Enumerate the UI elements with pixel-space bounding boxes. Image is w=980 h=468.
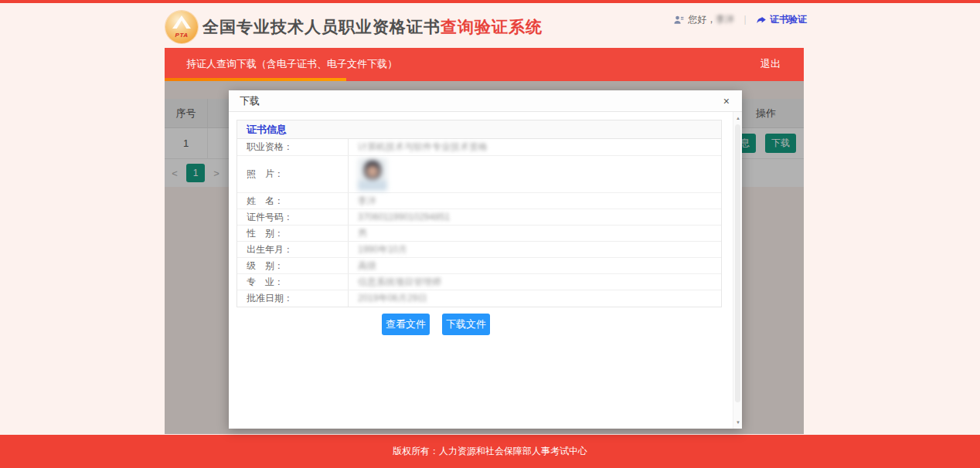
field-label: 姓 名： bbox=[237, 193, 349, 209]
scrollbar-thumb[interactable] bbox=[735, 124, 740, 402]
page-footer: 版权所有：人力资源和社会保障部人事考试中心 bbox=[0, 435, 980, 468]
scrollbar-down-arrow-icon[interactable]: ▼ bbox=[733, 418, 743, 427]
field-label: 级 别： bbox=[237, 258, 349, 273]
person-icon bbox=[673, 15, 684, 25]
field-row-gender: 性 别： 男 bbox=[237, 226, 721, 242]
greeting-text: 您好， bbox=[688, 13, 716, 26]
field-row-qualification: 职业资格： 计算机技术与软件专业技术资格 bbox=[237, 139, 721, 156]
field-row-name: 姓 名： 李洋 bbox=[237, 193, 721, 209]
field-value-redacted: 1990年10月 bbox=[349, 242, 721, 257]
download-modal: 下载 × 证书信息 职业资格： 计算机技术与软件专业技术资格 照 片： 姓 名：… bbox=[229, 90, 742, 429]
user-name-redacted: 李洋 bbox=[716, 13, 734, 26]
logout-button[interactable]: 退出 bbox=[761, 48, 781, 81]
modal-body: 证书信息 职业资格： 计算机技术与软件专业技术资格 照 片： 姓 名： 李洋 证… bbox=[229, 120, 742, 436]
tab-holder-query-download[interactable]: 持证人查询下载（含电子证书、电子文件下载） bbox=[186, 48, 397, 81]
scrollbar-up-arrow-icon[interactable]: ▲ bbox=[733, 114, 743, 123]
field-label: 照 片： bbox=[237, 156, 349, 192]
certificate-verify-link[interactable]: 证书验证 bbox=[756, 13, 807, 26]
logo-lotus-shape bbox=[172, 15, 191, 29]
field-value-redacted: 信息系统项目管理师 bbox=[349, 274, 721, 290]
certificate-info-box: 证书信息 职业资格： 计算机技术与软件专业技术资格 照 片： 姓 名： 李洋 证… bbox=[236, 120, 722, 307]
download-file-button[interactable]: 下载文件 bbox=[442, 314, 490, 335]
field-value-redacted: 高级 bbox=[349, 258, 721, 273]
copyright-text: 版权所有：人力资源和社会保障部人事考试中心 bbox=[393, 445, 587, 458]
field-row-id-number: 证件号码： 370601199010294851 bbox=[237, 209, 721, 226]
certificate-photo bbox=[358, 158, 387, 191]
close-icon[interactable]: × bbox=[723, 90, 730, 112]
field-row-photo: 照 片： bbox=[237, 156, 721, 193]
modal-scrollbar[interactable]: ▲ ▼ bbox=[733, 112, 742, 429]
brand: PTA 全国专业技术人员职业资格证书查询验证系统 bbox=[165, 11, 543, 43]
share-arrow-icon bbox=[756, 15, 767, 25]
field-row-birth-date: 出生年月： 1990年10月 bbox=[237, 242, 721, 258]
field-label: 职业资格： bbox=[237, 139, 349, 155]
logo-pta-text: PTA bbox=[175, 32, 189, 39]
greeting-separator: ｜ bbox=[740, 13, 750, 26]
field-label: 专 业： bbox=[237, 274, 349, 290]
navbar: 持证人查询下载（含电子证书、电子文件下载） 退出 bbox=[165, 48, 804, 81]
field-value-redacted: 计算机技术与软件专业技术资格 bbox=[349, 139, 721, 155]
field-value-redacted: 370601199010294851 bbox=[349, 209, 721, 225]
field-label: 批准日期： bbox=[237, 290, 349, 307]
field-value-redacted: 男 bbox=[349, 226, 721, 241]
site-title-accent: 查询验证系统 bbox=[441, 18, 543, 36]
field-value bbox=[349, 156, 721, 192]
verify-link-label: 证书验证 bbox=[770, 13, 807, 26]
view-file-button[interactable]: 查看文件 bbox=[382, 314, 430, 335]
field-value-redacted: 李洋 bbox=[349, 193, 721, 209]
modal-title: 下载 bbox=[240, 95, 260, 107]
site-header: PTA 全国专业技术人员职业资格证书查询验证系统 您好， 李洋 ｜ 证书验证 bbox=[0, 3, 980, 48]
field-label: 出生年月： bbox=[237, 242, 349, 257]
user-greeting: 您好， 李洋 ｜ 证书验证 bbox=[673, 13, 807, 26]
field-label: 证件号码： bbox=[237, 209, 349, 225]
site-title-main: 全国专业技术人员职业资格证书 bbox=[202, 18, 441, 36]
certificate-info-section-title: 证书信息 bbox=[237, 120, 721, 139]
field-row-major: 专 业： 信息系统项目管理师 bbox=[237, 274, 721, 290]
field-value-redacted: 2019年06月29日 bbox=[349, 290, 721, 307]
field-row-level: 级 别： 高级 bbox=[237, 258, 721, 274]
photo-shirt bbox=[358, 181, 387, 191]
field-label: 性 别： bbox=[237, 226, 349, 241]
modal-header: 下载 × bbox=[229, 90, 742, 112]
pta-logo: PTA bbox=[165, 11, 198, 43]
field-row-approval-date: 批准日期： 2019年06月29日 bbox=[237, 290, 721, 307]
site-title: 全国专业技术人员职业资格证书查询验证系统 bbox=[202, 16, 543, 38]
modal-actions: 查看文件 下载文件 bbox=[229, 314, 742, 335]
